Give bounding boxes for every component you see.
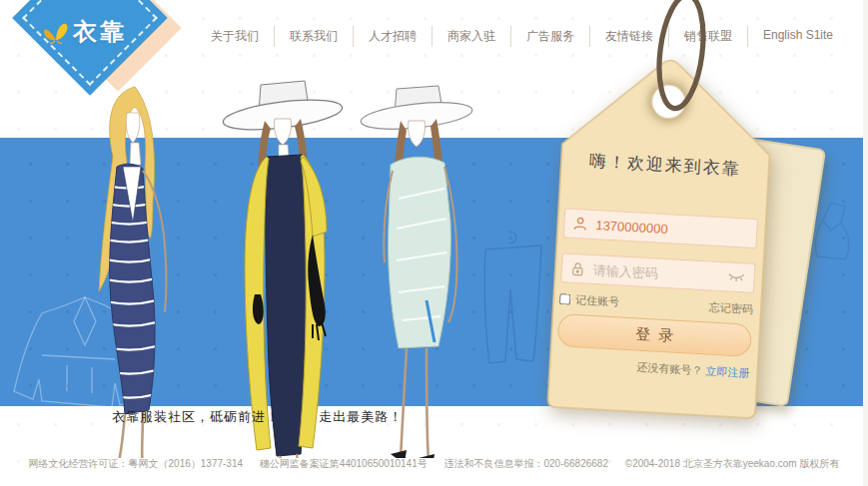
password-input[interactable] bbox=[590, 260, 724, 284]
login-options-row: 记住账号 忘记密码 bbox=[559, 291, 754, 317]
footer-report-hotline: 违法和不良信息举报：020-66826682 bbox=[443, 458, 608, 469]
tagline-community: 衣靠服装社区，砥砺前进！ bbox=[112, 409, 280, 424]
footer-license: 网络文化经营许可证：粤网文（2016）1377-314 bbox=[29, 458, 244, 469]
register-link[interactable]: 立即注册 bbox=[705, 364, 750, 378]
nav-advertising[interactable]: 广告服务 bbox=[510, 26, 589, 47]
nav-contact[interactable]: 联系我们 bbox=[274, 26, 353, 47]
forgot-password-link[interactable]: 忘记密码 bbox=[709, 300, 754, 317]
remember-account-label: 记住账号 bbox=[575, 292, 620, 309]
eye-closed-icon[interactable] bbox=[727, 272, 745, 283]
page-background: 衣靠 关于我们 联系我们 人才招聘 商家入驻 广告服务 友情链接 销售联盟 En… bbox=[0, 0, 868, 486]
brand-logo[interactable]: 衣靠 bbox=[0, 0, 200, 120]
phone-input[interactable] bbox=[593, 216, 748, 242]
nav-merchant[interactable]: 商家入驻 bbox=[432, 26, 510, 47]
brand-name: 衣靠 bbox=[73, 16, 127, 48]
nav-careers[interactable]: 人才招聘 bbox=[353, 26, 432, 47]
footer-police-filing: 穗公网监备案证第44010650010141号 bbox=[260, 458, 428, 469]
login-title: 嗨！欢迎来到衣靠 bbox=[550, 147, 779, 183]
no-account-text: 还没有账号？ bbox=[636, 361, 703, 377]
page-right-edge bbox=[863, 0, 868, 486]
nav-affiliate[interactable]: 销售联盟 bbox=[668, 26, 747, 47]
tagline-walk: 走出最美路！ bbox=[319, 409, 403, 424]
user-icon bbox=[573, 217, 587, 232]
hero-tagline: 衣靠服装社区，砥砺前进！ 走出最美路！ bbox=[112, 408, 403, 426]
top-navigation: 关于我们 联系我们 人才招聘 商家入驻 广告服务 友情链接 销售联盟 Engli… bbox=[196, 26, 848, 47]
nav-links[interactable]: 友情链接 bbox=[589, 26, 668, 47]
nav-english-site[interactable]: English S1ite bbox=[747, 26, 848, 47]
footer-copyright: ©2004-2018 北京圣方衣靠yeekao.com 版权所有 bbox=[625, 458, 840, 469]
phone-field bbox=[563, 208, 758, 248]
password-field bbox=[560, 252, 755, 293]
remember-account-checkbox[interactable] bbox=[559, 293, 571, 305]
login-hang-tag: 嗨！欢迎来到衣靠 bbox=[537, 50, 785, 427]
login-button[interactable]: 登录 bbox=[557, 313, 753, 357]
footer: 网络文化经营许可证：粤网文（2016）1377-314 穗公网监备案证第4401… bbox=[0, 457, 868, 471]
lock-icon bbox=[571, 260, 585, 276]
butterfly-icon bbox=[42, 19, 70, 45]
nav-about[interactable]: 关于我们 bbox=[196, 26, 274, 47]
register-row: 还没有账号？ 立即注册 bbox=[636, 360, 750, 381]
login-form: 嗨！欢迎来到衣靠 bbox=[537, 50, 785, 427]
